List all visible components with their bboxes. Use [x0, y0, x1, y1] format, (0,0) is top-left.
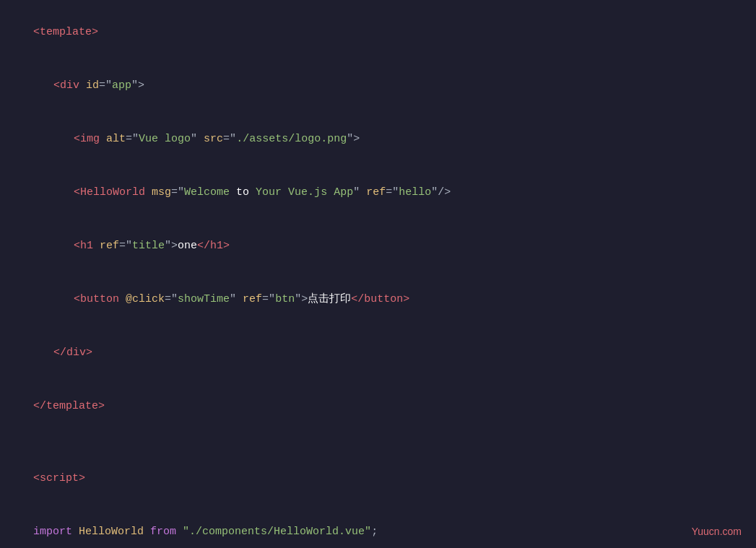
code-line-8: </template>: [7, 380, 756, 433]
code-editor: <template> <div id="app"> <img alt="Vue …: [0, 0, 756, 548]
code-line-1: <template>: [7, 6, 756, 59]
code-line-5: <h1 ref="title">one</h1>: [7, 219, 756, 273]
code-line-6: <button @click="showTime" ref="btn">点击打印…: [7, 273, 756, 326]
code-line-2: <div id="app">: [7, 59, 756, 113]
code-line-7: </div>: [7, 326, 756, 380]
code-line-10: <script>: [7, 452, 756, 505]
code-line-11: import HelloWorld from "./components/Hel…: [7, 505, 756, 548]
code-line-4: <HelloWorld msg="Welcome to Your Vue.js …: [7, 166, 756, 219]
code-line-9: [7, 433, 756, 452]
watermark: Yuucn.com: [692, 523, 742, 539]
code-line-3: <img alt="Vue logo" src="./assets/logo.p…: [7, 113, 756, 166]
